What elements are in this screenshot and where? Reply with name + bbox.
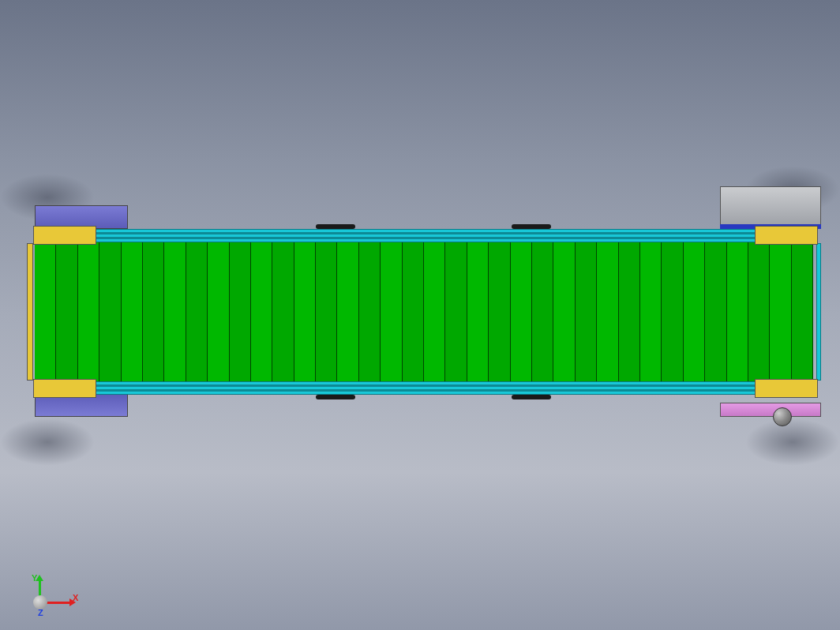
belt-slat[interactable] <box>143 242 164 381</box>
rail-groove <box>96 237 755 239</box>
cad-viewport[interactable]: X Y Z <box>0 0 840 630</box>
belt-slat[interactable] <box>208 242 229 381</box>
orientation-triad[interactable]: X Y Z <box>14 568 77 616</box>
belt-slat[interactable] <box>294 242 316 381</box>
belt-slat[interactable] <box>186 242 208 381</box>
belt-slat[interactable] <box>381 242 402 381</box>
motor-housing[interactable] <box>720 186 821 226</box>
belt-slat[interactable] <box>272 242 294 381</box>
belt-slat[interactable] <box>251 242 272 381</box>
belt-slat[interactable] <box>56 242 77 381</box>
belt-slat[interactable] <box>489 242 510 381</box>
belt-slat[interactable] <box>684 242 705 381</box>
belt-slat[interactable] <box>424 242 445 381</box>
render-shadow <box>0 418 95 466</box>
leg-foot[interactable] <box>512 395 551 399</box>
rail-groove <box>96 389 755 392</box>
belt-slat[interactable] <box>532 242 553 381</box>
belt-slat[interactable] <box>597 242 618 381</box>
belt-slat[interactable] <box>576 242 597 381</box>
belt-slat[interactable] <box>230 242 251 381</box>
belt-slat[interactable] <box>748 242 770 381</box>
rail-groove <box>96 232 755 234</box>
corner-bracket-tr[interactable] <box>755 226 818 245</box>
roller-assembly[interactable] <box>767 406 797 428</box>
roller-disc <box>773 407 792 426</box>
end-plate-left[interactable] <box>27 243 33 381</box>
leg-foot[interactable] <box>316 395 355 399</box>
belt-slat[interactable] <box>727 242 748 381</box>
belt-slat[interactable] <box>511 242 532 381</box>
belt-slat[interactable] <box>770 242 791 381</box>
belt-slat[interactable] <box>640 242 662 381</box>
side-rail-bottom[interactable] <box>96 381 755 395</box>
rail-groove <box>96 384 755 387</box>
belt-slat[interactable] <box>99 242 121 381</box>
belt-slat[interactable] <box>445 242 467 381</box>
conveyor-belt[interactable] <box>35 242 813 381</box>
side-rail-top[interactable] <box>96 229 755 242</box>
belt-slat[interactable] <box>662 242 683 381</box>
belt-slat[interactable] <box>164 242 186 381</box>
conveyor-model[interactable] <box>22 205 821 417</box>
belt-slat[interactable] <box>403 242 424 381</box>
belt-slat[interactable] <box>78 242 99 381</box>
corner-bracket-br[interactable] <box>755 379 818 398</box>
belt-slat[interactable] <box>337 242 358 381</box>
axis-x-label: X <box>73 593 78 602</box>
axis-y-label: Y <box>32 573 37 583</box>
axis-x-arrow <box>44 602 69 604</box>
corner-bracket-bl[interactable] <box>33 379 96 398</box>
belt-slat[interactable] <box>122 242 143 381</box>
conveyor-frame[interactable] <box>22 226 821 398</box>
belt-slat[interactable] <box>359 242 381 381</box>
axis-z-label: Z <box>38 608 43 617</box>
belt-slat[interactable] <box>553 242 575 381</box>
end-plate-right[interactable] <box>816 243 821 381</box>
belt-slat[interactable] <box>467 242 489 381</box>
belt-slat[interactable] <box>619 242 640 381</box>
belt-slat[interactable] <box>316 242 337 381</box>
belt-slat[interactable] <box>792 242 813 381</box>
belt-slat[interactable] <box>705 242 726 381</box>
corner-bracket-tl[interactable] <box>33 226 96 245</box>
belt-slat[interactable] <box>35 242 56 381</box>
